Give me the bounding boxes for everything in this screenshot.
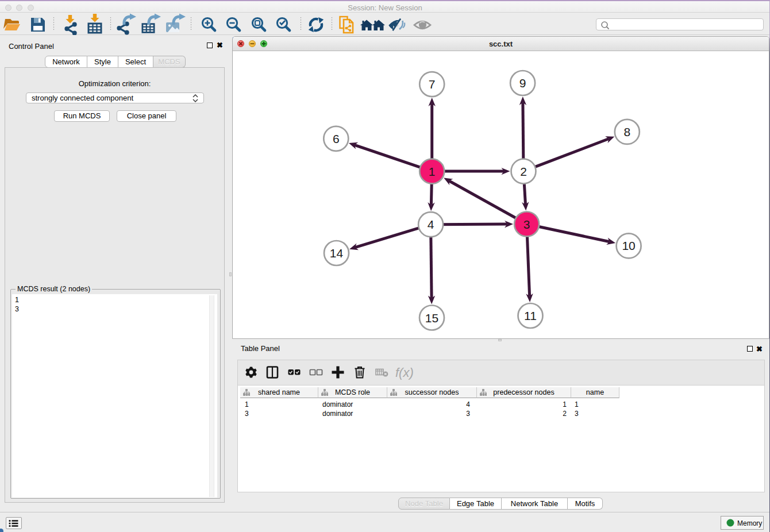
svg-text:14: 14: [330, 246, 344, 260]
svg-text:9: 9: [519, 76, 526, 90]
svg-text:f(x): f(x): [395, 365, 414, 380]
svg-text:6: 6: [333, 132, 340, 145]
svg-text:8: 8: [623, 125, 630, 138]
svg-text:7: 7: [429, 78, 436, 91]
svg-text:4: 4: [428, 218, 434, 231]
svg-text:11: 11: [524, 309, 537, 322]
svg-text:15: 15: [425, 311, 438, 325]
svg-text:3: 3: [523, 218, 530, 231]
svg-text:1: 1: [429, 165, 436, 178]
svg-text:2: 2: [520, 165, 527, 178]
svg-text:10: 10: [622, 239, 635, 252]
